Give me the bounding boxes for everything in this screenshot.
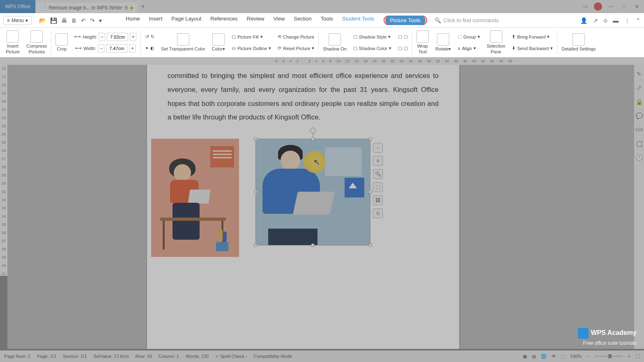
wrap-text-button[interactable]: Wrap Text bbox=[413, 28, 432, 57]
replace-image-icon[interactable]: 🖼 bbox=[373, 195, 383, 205]
view-print-icon[interactable]: ▦ bbox=[523, 354, 527, 359]
image-woman[interactable] bbox=[151, 139, 239, 257]
command-search[interactable]: 🔍 Click to find commands bbox=[435, 17, 499, 23]
reset-picture-button[interactable]: ⟳ Reset Picture ▾ bbox=[278, 44, 314, 53]
spell-check-button[interactable]: ✓ Spell Check › bbox=[215, 354, 247, 359]
comment-icon[interactable]: 💬 bbox=[636, 112, 643, 119]
print-preview-icon[interactable]: 🗎 bbox=[71, 17, 77, 24]
body-text[interactable]: committed to bringing the simplest and m… bbox=[147, 65, 459, 128]
lock-icon[interactable]: 🔒 bbox=[636, 99, 643, 105]
select-icon[interactable]: ⬀ bbox=[637, 85, 642, 91]
resize-handle[interactable] bbox=[254, 137, 258, 141]
rotate-right-icon[interactable]: ↻ bbox=[151, 34, 154, 39]
width-control[interactable]: ⟷ Width: −+ bbox=[75, 44, 136, 53]
detailed-settings-button[interactable]: Detailed Settings bbox=[558, 28, 599, 57]
nudge-up-icon[interactable]: ▢ bbox=[398, 34, 402, 39]
contrast-icon[interactable]: ◐ bbox=[150, 46, 154, 51]
picture-outline-button[interactable]: ▭ Picture Outline ▾ bbox=[232, 44, 271, 53]
compat-mode[interactable]: Compatibility Mode bbox=[253, 354, 292, 359]
app-tab[interactable]: WPS Office bbox=[0, 0, 35, 13]
resize-handle[interactable] bbox=[254, 190, 258, 194]
maximize-button[interactable]: □ bbox=[619, 4, 628, 9]
resize-handle[interactable] bbox=[368, 190, 372, 194]
document-canvas[interactable]: committed to bringing the simplest and m… bbox=[7, 65, 634, 349]
color-button[interactable]: Color▾ bbox=[209, 28, 228, 57]
tab-view[interactable]: View bbox=[273, 16, 285, 25]
resize-handle[interactable] bbox=[368, 243, 372, 247]
minimize-button[interactable]: — bbox=[606, 4, 615, 9]
fit-icon[interactable]: ⬚ bbox=[561, 354, 565, 359]
picture-fill-button[interactable]: ▢ Picture Fill ▾ bbox=[232, 32, 262, 42]
group-button[interactable]: ⬚ Group ▾ bbox=[458, 32, 480, 42]
limit-icon[interactable]: ⎊ bbox=[604, 17, 607, 24]
status-words[interactable]: Words: 120 bbox=[186, 354, 209, 359]
tab-home[interactable]: Home bbox=[126, 16, 140, 25]
share-icon[interactable]: ↗ bbox=[593, 17, 598, 24]
user-icon[interactable]: 👤 bbox=[580, 17, 587, 24]
open-icon[interactable]: 📂 bbox=[39, 17, 46, 24]
shadow-on-button[interactable]: Shadow On bbox=[320, 28, 350, 57]
code-icon[interactable]: </> bbox=[635, 126, 643, 133]
rotate-left-icon[interactable]: ↺ bbox=[145, 34, 149, 39]
close-button[interactable]: ✕ bbox=[632, 4, 642, 9]
clipboard-icon[interactable]: 📋 bbox=[636, 140, 643, 147]
edit-icon[interactable]: ✎ bbox=[637, 71, 642, 77]
rotate-handle[interactable] bbox=[310, 128, 316, 133]
bring-forward-button[interactable]: ⬆ Bring Forward ▾ bbox=[512, 32, 550, 42]
user-avatar[interactable] bbox=[594, 2, 602, 11]
tab-tools[interactable]: Tools bbox=[321, 16, 333, 25]
view-outline-icon[interactable]: ▤ bbox=[532, 354, 536, 359]
zoom-out-button[interactable]: − bbox=[586, 354, 589, 359]
menu-button[interactable]: ≡ Menu ▾ bbox=[3, 16, 32, 25]
history-icon[interactable]: 🕓 bbox=[636, 154, 643, 161]
shadow-color-button[interactable]: ▢ Shadow Color ▾ bbox=[353, 44, 391, 53]
new-tab-button[interactable]: + bbox=[137, 2, 149, 11]
tab-review[interactable]: Review bbox=[247, 16, 264, 25]
redo-icon[interactable]: ↷ bbox=[90, 17, 95, 24]
height-input[interactable] bbox=[107, 33, 128, 41]
zoom-value[interactable]: 100% bbox=[570, 354, 582, 359]
window-split-icon[interactable]: ▬ bbox=[613, 17, 619, 24]
tab-insert[interactable]: Insert bbox=[149, 16, 163, 25]
tab-references[interactable]: References bbox=[210, 16, 237, 25]
fullscreen-icon[interactable]: ⛶ bbox=[635, 354, 640, 359]
resize-handle[interactable] bbox=[254, 243, 258, 247]
brightness-icon[interactable]: ✦ bbox=[145, 46, 149, 51]
more-icon[interactable]: ⋮ bbox=[624, 17, 630, 24]
zoom-out-icon[interactable]: − bbox=[373, 143, 383, 153]
view-eye-icon[interactable]: 👁 bbox=[552, 354, 556, 359]
layout-options-icon[interactable]: ≡ bbox=[373, 156, 383, 166]
crop-tool-icon[interactable]: ⬚ bbox=[373, 182, 383, 192]
selection-pane-button[interactable]: Selection Pane bbox=[483, 28, 508, 57]
collapse-ribbon-icon[interactable]: ⌃ bbox=[636, 17, 641, 24]
send-backward-button[interactable]: ⬇ Send Backward ▾ bbox=[512, 44, 553, 53]
set-transparent-button[interactable]: Set Transparent Color bbox=[158, 28, 209, 57]
nudge-grid-icon[interactable]: ▢ bbox=[404, 34, 408, 39]
save-icon[interactable]: 💾 bbox=[50, 17, 57, 24]
image-man-selected[interactable]: ↖ bbox=[255, 139, 370, 245]
rotate-button[interactable]: Rotate▾ bbox=[432, 28, 454, 57]
export-image-icon[interactable]: ⎘ bbox=[373, 208, 383, 218]
resize-handle[interactable] bbox=[368, 137, 372, 141]
tab-student-tools[interactable]: Student Tools bbox=[342, 16, 375, 25]
window-icon[interactable]: ▭ bbox=[581, 4, 590, 9]
tab-section[interactable]: Section bbox=[294, 16, 311, 25]
width-input[interactable] bbox=[106, 44, 127, 53]
document-tab[interactable]: 📄 Remove image b... in WPS Writer ⎘ bbox=[36, 2, 137, 13]
shadow-style-button[interactable]: ▢ Shadow Style ▾ bbox=[353, 32, 391, 42]
qat-more-icon[interactable]: ▾ bbox=[99, 17, 102, 24]
zoom-icon[interactable]: 🔍 bbox=[373, 169, 383, 179]
undo-icon[interactable]: ↶ bbox=[81, 17, 86, 24]
height-control[interactable]: ⟷ Height: −+ bbox=[74, 32, 136, 42]
crop-button[interactable]: Crop bbox=[52, 28, 71, 57]
nudge-right-icon[interactable]: ▢ bbox=[404, 46, 408, 51]
print-icon[interactable]: 🖶 bbox=[61, 17, 67, 24]
tab-page-layout[interactable]: Page Layout bbox=[171, 16, 201, 25]
view-web-icon[interactable]: 🌐 bbox=[541, 354, 547, 359]
zoom-in-button[interactable]: + bbox=[628, 354, 630, 359]
align-button[interactable]: ≡ Align ▾ bbox=[458, 44, 476, 53]
change-picture-button[interactable]: ⟲ Change Picture bbox=[278, 32, 314, 42]
resize-handle[interactable] bbox=[311, 243, 315, 247]
compress-pictures-button[interactable]: Compress Pictures bbox=[23, 28, 50, 57]
tab-picture-tools[interactable]: Picture Tools bbox=[385, 16, 426, 25]
